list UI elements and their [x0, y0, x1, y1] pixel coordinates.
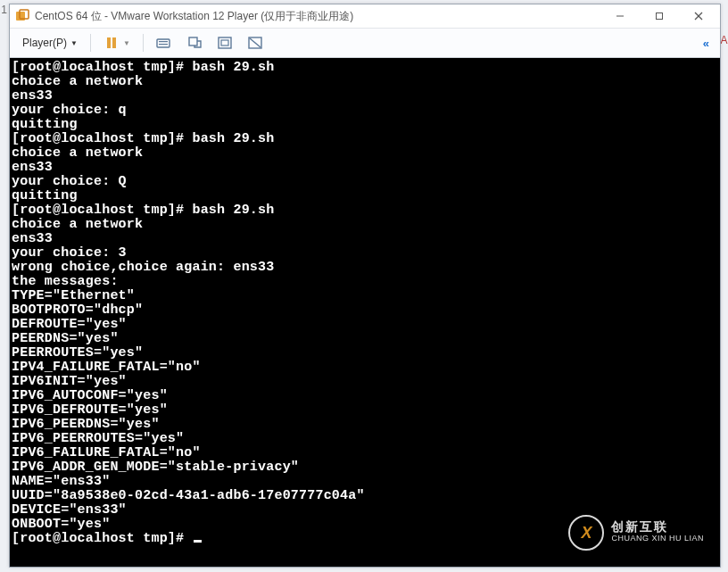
toolbar: Player(P) ▼ ▼: [10, 28, 720, 58]
send-ctrl-alt-del-button[interactable]: [149, 32, 179, 54]
fullscreen-icon: [217, 35, 233, 51]
svg-rect-7: [112, 37, 116, 48]
svg-rect-6: [107, 37, 111, 48]
titlebar[interactable]: CentOS 64 位 - VMware Workstation 12 Play…: [10, 4, 720, 28]
separator: [143, 34, 144, 52]
cycle-devices-button[interactable]: [179, 32, 210, 54]
vmware-icon: [15, 9, 29, 23]
separator: [90, 34, 91, 52]
svg-rect-12: [219, 37, 231, 48]
chevron-down-icon: ▼: [70, 39, 78, 47]
svg-rect-13: [221, 40, 228, 46]
maximize-button[interactable]: [640, 4, 679, 28]
svg-rect-9: [159, 41, 168, 42]
chevron-left-double-icon: «: [703, 37, 709, 50]
collapse-toolbar-button[interactable]: «: [698, 37, 715, 50]
pause-icon: [103, 35, 120, 51]
pause-button[interactable]: ▼: [96, 32, 137, 54]
fullscreen-button[interactable]: [210, 32, 240, 54]
player-menu-button[interactable]: Player(P) ▼: [15, 32, 85, 54]
chevron-down-icon: ▼: [123, 39, 130, 47]
gutter-right-letter: A: [720, 34, 728, 52]
gutter-left-number: 1: [0, 4, 8, 21]
svg-rect-10: [159, 44, 168, 45]
vmware-window: CentOS 64 位 - VMware Workstation 12 Play…: [9, 4, 721, 568]
svg-line-15: [250, 38, 261, 47]
terminal-output[interactable]: [root@localhost tmp]# bash 29.sh choice …: [10, 58, 720, 567]
unity-button[interactable]: [240, 32, 270, 54]
terminal-prompt: [root@localhost tmp]#: [12, 531, 192, 546]
svg-rect-3: [657, 13, 663, 20]
devices-icon: [186, 35, 203, 51]
cursor-icon: [194, 540, 202, 543]
player-menu-label: Player(P): [22, 37, 67, 49]
keyboard-icon: [156, 35, 172, 51]
window-title: CentOS 64 位 - VMware Workstation 12 Play…: [35, 9, 600, 24]
minimize-button[interactable]: [600, 4, 640, 28]
svg-rect-11: [189, 37, 197, 46]
close-button[interactable]: [679, 4, 718, 28]
svg-rect-8: [157, 39, 170, 47]
unity-icon: [247, 35, 263, 51]
